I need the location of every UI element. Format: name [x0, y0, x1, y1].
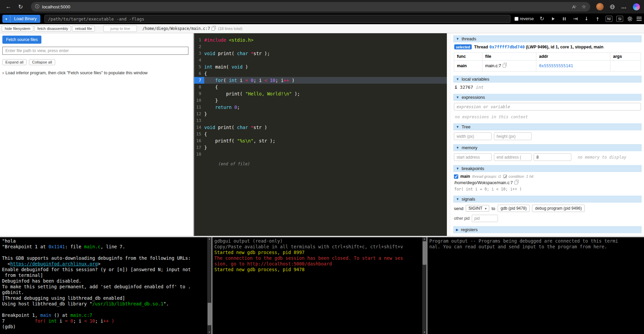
- line-number-gutter[interactable]: 8: [194, 84, 204, 90]
- memory-start-input[interactable]: [454, 153, 492, 161]
- favorites-star-icon[interactable]: ☆: [582, 4, 586, 10]
- scrollbar-thumb[interactable]: [423, 241, 426, 265]
- line-number-gutter[interactable]: 13: [194, 117, 204, 124]
- line-number-gutter[interactable]: 18: [194, 151, 204, 158]
- main-area: Fetch source files Expand all Collapse a…: [0, 33, 644, 236]
- dashboard-menu-button[interactable]: [637, 17, 642, 21]
- signals-section-header[interactable]: ▼ signals: [453, 196, 642, 203]
- browser-toolbar-icons: …: [596, 3, 640, 10]
- scrollbar-thumb[interactable]: [208, 303, 211, 325]
- hide-filesystem-button[interactable]: hide filesystem: [2, 26, 33, 32]
- registers-section-header[interactable]: ▶ registers: [453, 226, 642, 233]
- line-number-gutter[interactable]: 16: [194, 137, 204, 144]
- scroll-up-icon[interactable]: ▲: [422, 237, 427, 241]
- load-binary-button[interactable]: Load Binary: [10, 15, 40, 23]
- binary-path-input[interactable]: [44, 15, 510, 23]
- expression-input[interactable]: [454, 103, 641, 111]
- copy-path-icon[interactable]: [514, 181, 517, 184]
- step-into-button[interactable]: [584, 16, 589, 22]
- pause-button[interactable]: [562, 16, 567, 22]
- threads-section-header[interactable]: ▼ threads: [453, 35, 642, 42]
- breakpoints-section-header[interactable]: ▼ breakpoints: [453, 165, 642, 172]
- file-path-input[interactable]: [2, 47, 188, 55]
- fetch-source-files-button[interactable]: Fetch source files: [2, 36, 41, 44]
- memory-bytes-input[interactable]: [534, 153, 571, 161]
- line-number-gutter[interactable]: 15: [194, 131, 204, 137]
- line-number-gutter[interactable]: 1: [194, 37, 204, 43]
- gdbgui-terminal-content: gdbgui output (read-only)Copy/Paste avai…: [214, 238, 421, 273]
- thread-address-link[interactable]: 0x7ffff7dbd740: [489, 44, 525, 49]
- reverse-checkbox[interactable]: [514, 17, 518, 21]
- line-number-gutter[interactable]: 17: [194, 144, 204, 151]
- chevron-down-icon: ▼: [456, 146, 459, 150]
- scroll-down-icon[interactable]: ▼: [207, 331, 212, 334]
- breakpoint-condition-label[interactable]: condition: [509, 174, 524, 178]
- browser-essentials-icon[interactable]: [610, 4, 615, 9]
- locals-section-header[interactable]: ▼ local variables: [453, 76, 642, 83]
- next-instruction-button[interactable]: NI: [606, 16, 613, 22]
- collapse-all-button[interactable]: Collapse all: [29, 59, 55, 65]
- browser-refresh-icon[interactable]: ↻: [16, 3, 25, 10]
- memory-end-input[interactable]: [494, 153, 532, 161]
- thread-summary[interactable]: selected Thread 0x7ffff7dbd740 (LWP 9496…: [454, 44, 641, 49]
- memory-section-header[interactable]: ▼ memory: [453, 144, 642, 151]
- browser-menu-icon[interactable]: …: [621, 4, 627, 10]
- signal-select[interactable]: SIGINT ▾: [466, 205, 489, 212]
- restart-button[interactable]: ↻: [539, 16, 545, 22]
- line-number-gutter[interactable]: 12: [194, 111, 204, 117]
- tree-height-input[interactable]: [494, 132, 532, 140]
- fetch-disassembly-button[interactable]: fetch disassembly: [34, 26, 71, 32]
- line-number-gutter[interactable]: 9: [194, 90, 204, 97]
- scroll-up-icon[interactable]: ▲: [207, 237, 212, 241]
- read-aloud-icon[interactable]: A⁾: [572, 4, 576, 9]
- profile-avatar[interactable]: [596, 3, 604, 10]
- line-number-gutter[interactable]: 11: [194, 104, 204, 111]
- code-text: int main( void ): [204, 64, 447, 70]
- source-scrollbar[interactable]: [447, 33, 451, 236]
- line-number-gutter[interactable]: 4: [194, 57, 204, 64]
- browser-address-bar[interactable]: ⓘ localhost:5000 A⁾ ☆: [31, 2, 590, 11]
- line-number-gutter[interactable]: 2: [194, 43, 204, 50]
- tree-width-input[interactable]: [454, 132, 492, 140]
- breakpoint-enabled-checkbox[interactable]: [454, 174, 458, 179]
- local-variable-row[interactable]: i32767int: [455, 85, 641, 90]
- send-to-gdb-button[interactable]: gdb (pid 9478): [498, 205, 530, 212]
- line-number-gutter[interactable]: 6: [194, 70, 204, 77]
- copy-file-icon[interactable]: [503, 64, 506, 68]
- line-number-gutter[interactable]: 3: [194, 50, 204, 57]
- browser-back-icon[interactable]: ←: [4, 3, 13, 10]
- step-out-button[interactable]: [595, 16, 600, 22]
- settings-gear-button[interactable]: [627, 16, 633, 22]
- line-number-gutter[interactable]: 14: [194, 124, 204, 131]
- file-toolbar: hide filesystem fetch disassembly reload…: [0, 24, 644, 33]
- line-number-gutter[interactable]: 5: [194, 64, 204, 70]
- edit-condition-icon[interactable]: [503, 175, 507, 178]
- line-number-gutter[interactable]: 7: [194, 77, 204, 84]
- tree-section-header[interactable]: ▼ Tree: [453, 123, 642, 130]
- scroll-down-icon[interactable]: ▼: [422, 331, 427, 334]
- pid-input[interactable]: [472, 215, 498, 222]
- continue-button[interactable]: [550, 16, 556, 22]
- thread-row[interactable]: main main.c:7 0x555555555141: [454, 60, 641, 72]
- gdbgui-output-terminal[interactable]: gdbgui output (read-only)Copy/Paste avai…: [212, 237, 427, 334]
- jump-to-line-input[interactable]: [103, 25, 137, 32]
- expressions-section-header[interactable]: ▼ expressions: [453, 94, 642, 101]
- load-binary-dropdown-caret[interactable]: ▾: [2, 15, 10, 23]
- expand-all-button[interactable]: Expand all: [2, 59, 27, 65]
- copy-path-icon[interactable]: [212, 27, 215, 31]
- program-output-terminal[interactable]: Program output -- Programs being debugge…: [427, 237, 644, 334]
- gdb-terminal[interactable]: "hola"Breakpoint 1 at 0x1141: file main.…: [0, 237, 212, 334]
- terminal-scrollbar[interactable]: ▲ ▼: [422, 237, 427, 334]
- thread-addr-link[interactable]: 0x555555555141: [536, 60, 610, 72]
- url-text: localhost:5000: [42, 4, 70, 9]
- site-info-icon[interactable]: ⓘ: [35, 4, 39, 10]
- line-number-gutter[interactable]: 10: [194, 97, 204, 104]
- next-over-button[interactable]: [573, 16, 578, 22]
- terminal-scrollbar[interactable]: ▲ ▼: [207, 237, 212, 334]
- chevron-right-icon: ▶: [456, 228, 459, 232]
- reload-file-button[interactable]: reload file: [72, 26, 95, 32]
- breakpoint-path[interactable]: /home/diego/Wokspace/main.c:7: [454, 180, 641, 185]
- copilot-icon[interactable]: [633, 3, 640, 10]
- send-to-program-button[interactable]: debug program (pid 9496): [532, 205, 585, 212]
- step-instruction-button[interactable]: SI: [616, 16, 623, 22]
